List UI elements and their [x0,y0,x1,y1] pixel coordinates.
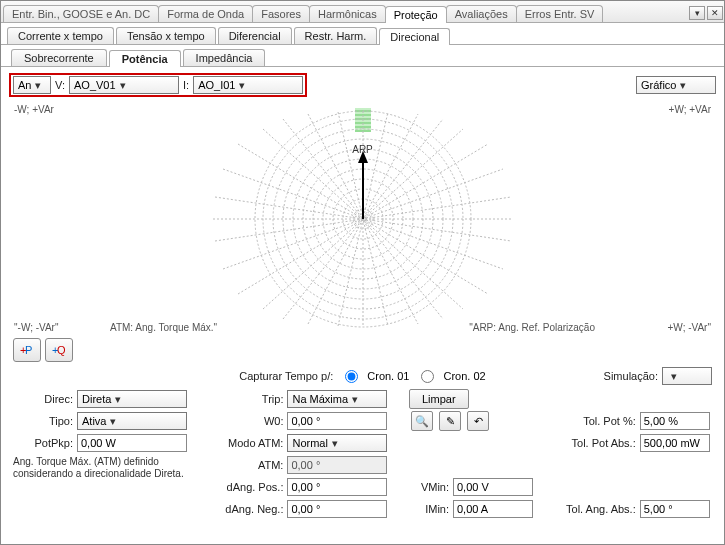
tol-pot-pct-input[interactable] [640,412,710,430]
potpkp-label: PotPkp: [13,437,73,449]
cron01-radio[interactable] [345,370,358,383]
vmin-label: VMin: [409,481,449,493]
undo-icon[interactable]: ↶ [467,411,489,431]
zoom-icon[interactable]: 🔍 [411,411,433,431]
vmin-input[interactable] [453,478,533,496]
modo-atm-value: Normal [292,437,327,449]
capture-label: Capturar Tempo p/: [239,370,333,382]
chevron-down-icon: ▾ [328,437,342,450]
edit-icon[interactable]: ✎ [439,411,461,431]
v-value: AO_V01 [74,79,116,91]
limpar-button[interactable]: Limpar [409,389,469,409]
dang-pos-label: dAng. Pos.: [213,481,283,493]
add-point-pq2-button[interactable]: +Q [45,338,73,362]
view-mode-combo[interactable]: Gráfico▾ [636,76,716,94]
tab-corrente-tempo[interactable]: Corrente x tempo [7,27,114,44]
tab-tensao-tempo[interactable]: Tensão x tempo [116,27,216,44]
tipo-combo[interactable]: Ativa▾ [77,412,187,430]
quad-label-tr: +W; +VAr [669,104,711,115]
direc-combo[interactable]: Direta▾ [77,390,187,408]
cron01-label: Cron. 01 [367,370,409,382]
polar-grid [83,109,643,329]
polar-chart: -W; +VAr +W; +VAr "-W; -VAr" +W; -VAr" A… [9,101,716,336]
an-value: An [18,79,31,91]
add-point-pq-button[interactable]: +P [13,338,41,362]
direc-label: Direc: [13,393,73,405]
trip-combo[interactable]: Na Máxima▾ [287,390,387,408]
quad-label-tl: -W; +VAr [14,104,54,115]
tol-pot-abs-label: Tol. Pot Abs.: [556,437,636,449]
tab-avaliacoes[interactable]: Avaliações [446,5,517,22]
sub-tab-bar-2: Sobrecorrente Potência Impedância [1,45,724,67]
tol-pot-pct-label: Tol. Pot %: [556,415,636,427]
chevron-down-icon: ▾ [111,393,125,406]
svg-text:P: P [25,344,32,356]
i-value: AO_I01 [198,79,235,91]
simulacao-label: Simulação: [604,370,658,382]
tol-pot-abs-input[interactable] [640,434,710,452]
tab-harmonicas[interactable]: Harmônicas [309,5,386,22]
tipo-value: Ativa [82,415,106,427]
quad-label-bl: "-W; -VAr" [14,322,59,333]
v-label: V: [55,79,65,91]
tipo-label: Tipo: [13,415,73,427]
svg-marker-28 [358,151,368,163]
trip-label: Trip: [213,393,283,405]
imin-label: IMin: [409,503,449,515]
imin-input[interactable] [453,500,533,518]
w0-label: W0: [213,415,283,427]
atm-note: Ang. Torque Máx. (ATM) definido consider… [13,456,203,480]
modo-atm-label: Modo ATM: [213,437,283,449]
tol-ang-abs-label: Tol. Ang. Abs.: [556,503,636,515]
tab-potencia[interactable]: Potência [109,50,181,67]
cron02-label: Cron. 02 [443,370,485,382]
an-combo[interactable]: An▾ [13,76,51,94]
point-tools: +P +Q [13,338,716,362]
channel-selector-bar: An▾ V: AO_V01▾ I: AO_I01▾ Gráfico▾ [9,73,716,97]
w0-input[interactable] [287,412,387,430]
atm-input [287,456,387,474]
i-label: I: [183,79,189,91]
v-channel-combo[interactable]: AO_V01▾ [69,76,179,94]
dropdown-icon[interactable]: ▾ [689,6,705,20]
close-icon[interactable]: ✕ [707,6,723,20]
modo-atm-combo[interactable]: Normal▾ [287,434,387,452]
dang-neg-input[interactable] [287,500,387,518]
chevron-down-icon: ▾ [676,79,690,92]
potpkp-input[interactable] [77,434,187,452]
chevron-down-icon: ▾ [106,415,120,428]
dang-neg-label: dAng. Neg.: [213,503,283,515]
tab-fasores[interactable]: Fasores [252,5,310,22]
tab-restr-harm[interactable]: Restr. Harm. [294,27,378,44]
atm-label: ATM: [213,459,283,471]
tab-forma-onda[interactable]: Forma de Onda [158,5,253,22]
tab-sobrecorrente[interactable]: Sobrecorrente [11,49,107,66]
tab-protecao[interactable]: Proteção [385,6,447,23]
svg-text:Q: Q [57,344,66,356]
trip-value: Na Máxima [292,393,348,405]
tab-diferencial[interactable]: Diferencial [218,27,292,44]
highlight-box: An▾ V: AO_V01▾ I: AO_I01▾ [9,73,307,97]
chevron-down-icon: ▾ [31,79,45,92]
dang-pos-input[interactable] [287,478,387,496]
tab-entr-bin[interactable]: Entr. Bin., GOOSE e An. DC [3,5,159,22]
view-mode-value: Gráfico [641,79,676,91]
chevron-down-icon: ▾ [667,370,681,383]
chevron-down-icon: ▾ [235,79,249,92]
quad-label-br: +W; -VAr" [668,322,711,333]
main-tab-bar: Entr. Bin., GOOSE e An. DC Forma de Onda… [1,1,724,23]
direc-value: Direta [82,393,111,405]
chevron-down-icon: ▾ [116,79,130,92]
chevron-down-icon: ▾ [348,393,362,406]
tab-direcional[interactable]: Direcional [379,28,450,45]
cron02-radio[interactable] [421,370,434,383]
i-channel-combo[interactable]: AO_I01▾ [193,76,303,94]
tab-erros-sv[interactable]: Erros Entr. SV [516,5,604,22]
arp-arrow-icon [358,151,368,219]
simulacao-combo[interactable]: ▾ [662,367,712,385]
tab-impedancia[interactable]: Impedância [183,49,266,66]
tol-ang-abs-input[interactable] [640,500,710,518]
sub-tab-bar-1: Corrente x tempo Tensão x tempo Diferenc… [1,23,724,45]
